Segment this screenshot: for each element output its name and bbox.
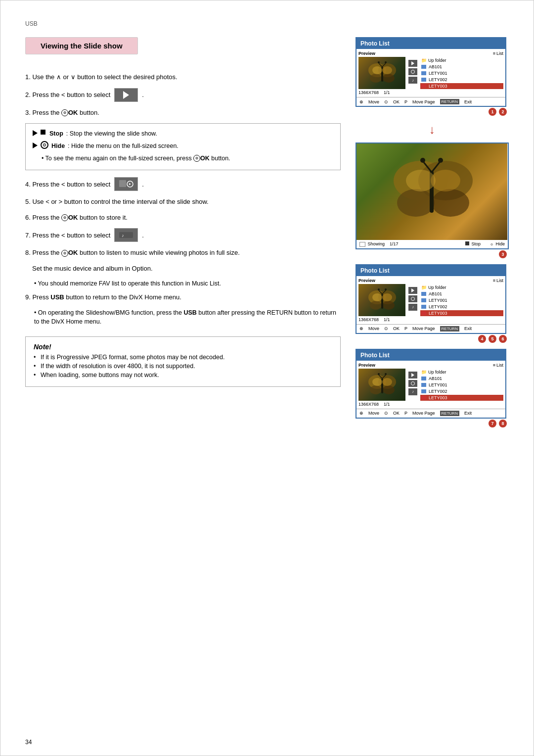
footer-ok-icon-1: ⊙ [384,99,388,104]
footer-move-label-1: Move [368,99,379,104]
usb-label: USB [25,20,509,27]
list-item-lety001-3[interactable]: LETY001 [420,382,503,388]
play-triangle [123,91,129,99]
hide-section: ⊙ Hide [490,241,505,247]
svg-point-34 [378,288,380,290]
list-item-lety002-2[interactable]: LETY002 [420,304,503,310]
badge-8: 8 [499,420,507,427]
footer-movepage-3: Move Page [412,411,435,416]
upfolder-label-3: Up folder [428,370,446,375]
music-icon-3: ♪ [412,389,414,394]
icon-play-2[interactable] [408,287,417,294]
step-9-text: 9. Press USB button to return to the Div… [25,293,181,301]
list-item-lety002-1[interactable]: LETY002 [420,77,503,83]
icon-play-3[interactable] [408,372,417,378]
svg-point-14 [382,66,392,74]
footer-ok-icon-3: ⊙ [384,411,388,416]
slideshow-top-bar: Showing 1/17 Stop ⊙ Hide [356,240,508,248]
panel-2-body: Preview [356,276,505,324]
footer-exit-2: Exit [464,326,472,331]
folder-icon-1: 📁 [421,58,427,63]
svg-point-24 [438,158,443,163]
slideshow-panel: Showing 1/17 Stop ⊙ Hide [356,142,509,259]
folder-lety001-3 [421,383,426,387]
panel-2-icons: ♪ [407,278,418,322]
panel-3-preview: Preview [358,363,405,407]
list-item-lety002-3[interactable]: LETY002 [420,388,503,394]
list-icon-1: ≡ [493,51,495,56]
panel-1-icons: ♪ [407,51,418,95]
music-button-icon: ♪ [114,228,138,242]
folder-ab101-3 [421,377,426,380]
footer-return-btn-1[interactable]: RETURN [440,99,459,104]
preview-label-3: Preview [358,363,405,368]
list-item-ab101-2[interactable]: AB101 [420,291,503,297]
preview-info-2: 1366X768 1/1 [358,317,405,322]
folder-ab101-2 [421,292,426,296]
icon-music-1[interactable]: ♪ [408,77,417,84]
panel-3-list: ≡ List 📁 Up folder [420,363,503,407]
list-item-lety003-2[interactable]: LETY003 [420,310,503,316]
list-item-ab101-3[interactable]: AB101 [420,376,503,381]
step-8b-text: Set the music device and album in Option… [32,265,153,272]
svg-point-47 [372,378,382,386]
list-item-upfolder-3[interactable]: 📁 Up folder [420,369,503,375]
panel-2-frame: Photo List Preview [356,264,506,334]
step-5-text: 5. Use < or > button to control the time… [25,198,209,205]
svg-point-29 [370,301,382,310]
step-6: 6. Press the ⊙OK button to store it. [25,213,341,223]
svg-point-45 [378,373,380,375]
page-2: 1/1 [384,317,390,322]
icon-circle-1[interactable] [408,68,417,75]
circle-icon-2 [411,297,415,301]
list-item-upfolder-2[interactable]: 📁 Up folder [420,284,503,290]
preview-image-3 [358,369,405,401]
info-row-stop: Stop : Stop the viewing the slide show. [33,129,333,139]
panel-1-body: Preview [356,49,505,97]
step-9b: • On operating the Slideshow/BMG functio… [34,308,341,327]
list-item-lety001-1[interactable]: LETY001 [420,70,503,76]
step-3: 3. Press the ⊙OK button. [25,108,341,118]
page-3: 1/1 [384,402,390,407]
footer-movepage-2: Move Page [412,326,435,331]
list-item-lety001-2[interactable]: LETY001 [420,297,503,303]
footer-move-label-3: Move [368,411,379,416]
list-title-2: ≡ List [493,278,503,283]
icon-play-1[interactable] [408,60,417,67]
step-badges-1: 1 2 [356,107,509,117]
circle-icon-3 [411,381,415,385]
icon-music-3[interactable]: ♪ [408,388,417,395]
panel-1-list: ≡ List 📁 Up folder [420,51,503,95]
list-item-lety003-3[interactable]: LETY003 [420,395,503,401]
list-item-lety003-1[interactable]: LETY003 [420,83,503,89]
step-6-text: 6. Press the ⊙OK button to store it. [25,214,128,221]
resolution-2: 1366X768 [358,317,379,322]
folder-icon-up-3: 📁 [421,370,427,375]
section-title: Viewing the Slide show [25,37,138,54]
folder-lety001-1 [421,71,426,75]
page-1: 1/1 [384,90,390,95]
icon-circle-3[interactable] [408,380,417,387]
panel-3-frame: Photo List Preview [356,349,506,419]
step-badge-3: 3 [356,249,509,259]
list-item-upfolder-1[interactable]: 📁 Up folder [420,57,503,63]
icon-circle-2[interactable] [408,295,417,302]
footer-return-btn-3[interactable]: RETURN [440,411,459,416]
step-badges-78: 7 8 [356,419,509,428]
list-header-3: ≡ List [420,363,503,368]
circle-icon-1 [411,70,415,74]
panel-2-header: Photo List [356,265,505,276]
photo-list-panel-1: Photo List Preview [356,37,509,117]
resolution-1: 1366X768 [358,90,379,95]
svg-text:♪: ♪ [122,233,124,238]
footer-return-btn-2[interactable]: RETURN [440,326,459,331]
icon-music-2[interactable]: ♪ [408,304,417,311]
svg-point-18 [397,189,435,217]
list-item-ab101-1[interactable]: AB101 [420,64,503,70]
svg-point-40 [370,385,382,394]
folder-lety003-1 [421,84,426,88]
panel-1-title: Photo List [360,40,390,47]
note-item-3: When loading, some buttons may not work. [34,372,332,378]
panel-3-header: Photo List [356,350,505,361]
footer-move-icon-2: ⊕ [359,326,363,331]
